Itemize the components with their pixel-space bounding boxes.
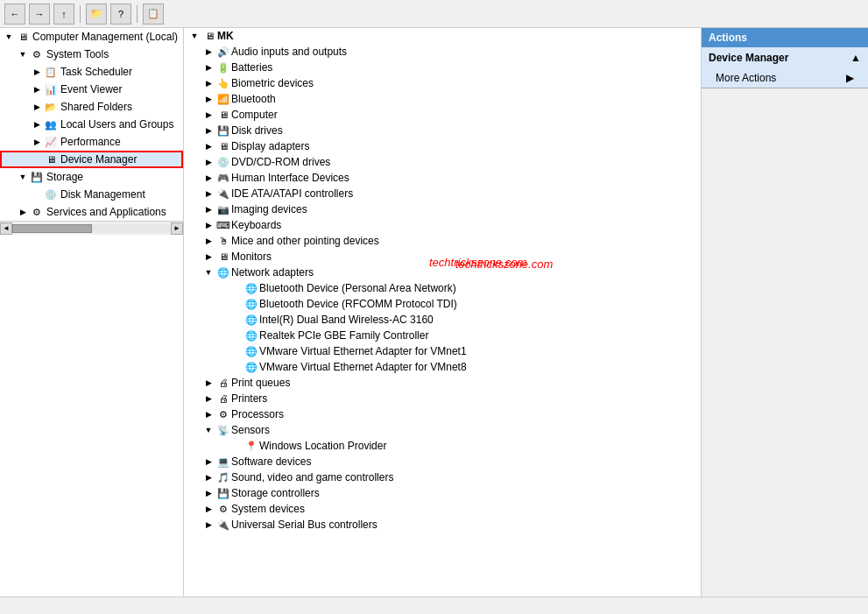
device-tree-root[interactable]: ▼ 🖥 MK: [184, 28, 701, 44]
tree-item-task-scheduler[interactable]: 📋 Task Scheduler: [0, 63, 183, 81]
device-label: Keyboards: [231, 219, 281, 231]
expand-arrow: [16, 170, 30, 184]
device-processors[interactable]: ▶ ⚙ Processors: [184, 406, 701, 422]
tree-item-device-manager[interactable]: 🖥 Device Manager: [0, 151, 183, 168]
expand-arrow: ▶: [201, 79, 215, 88]
expand-arrow: [30, 100, 44, 114]
device-audio[interactable]: ▶ 🔊 Audio inputs and outputs: [184, 44, 701, 60]
expand-arrow: ▶: [201, 252, 215, 261]
device-print-queues[interactable]: ▶ 🖨 Print queues: [184, 375, 701, 391]
device-biometric[interactable]: ▶ 👆 Biometric devices: [184, 75, 701, 91]
computer-icon: 🖥: [201, 29, 217, 43]
users-icon: 👥: [44, 117, 58, 131]
show-hide-button[interactable]: 📁: [86, 4, 107, 25]
device-display[interactable]: ▶ 🖥 Display adapters: [184, 138, 701, 154]
biometric-icon: 👆: [215, 76, 231, 90]
tree-item-event-viewer[interactable]: 📊 Event Viewer: [0, 81, 183, 98]
device-label: Mice and other pointing devices: [231, 235, 379, 247]
usb-icon: 🔌: [215, 518, 231, 532]
device-computer[interactable]: ▶ 🖥 Computer: [184, 107, 701, 123]
tree-label: Task Scheduler: [60, 66, 132, 78]
tree-item-services-apps[interactable]: ⚙ Services and Applications: [0, 203, 183, 221]
storage-icon: 💾: [30, 170, 44, 184]
tree-item-disk-management[interactable]: 💿 Disk Management: [0, 186, 183, 203]
device-label: Audio inputs and outputs: [231, 46, 347, 58]
tree-label: Computer Management (Local): [32, 31, 178, 43]
expand-arrow: ▶: [201, 126, 215, 135]
device-bt-rfcomm[interactable]: 🌐 Bluetooth Device (RFCOMM Protocol TDI): [184, 296, 701, 312]
section-collapse-arrow[interactable]: ▲: [850, 52, 861, 64]
expand-arrow: ▶: [201, 158, 215, 166]
device-printers[interactable]: ▶ 🖨 Printers: [184, 391, 701, 406]
device-dvd[interactable]: ▶ 💿 DVD/CD-ROM drives: [184, 154, 701, 170]
device-win-location[interactable]: 📍 Windows Location Provider: [184, 438, 701, 454]
device-vmware1[interactable]: 🌐 VMware Virtual Ethernet Adapter for VM…: [184, 343, 701, 359]
device-label: Processors: [231, 408, 284, 420]
device-network[interactable]: ▼ 🌐 Network adapters: [184, 265, 701, 280]
device-system[interactable]: ▶ ⚙ System devices: [184, 501, 701, 517]
device-imaging[interactable]: ▶ 📷 Imaging devices: [184, 201, 701, 217]
expand-arrow: ▶: [201, 205, 215, 214]
root-label: MK: [217, 30, 234, 42]
tree-item-shared-folders[interactable]: 📂 Shared Folders: [0, 98, 183, 116]
device-vmware8[interactable]: 🌐 VMware Virtual Ethernet Adapter for VM…: [184, 359, 701, 375]
properties-button[interactable]: 📋: [143, 4, 164, 25]
tree-item-performance[interactable]: 📈 Performance: [0, 133, 183, 151]
tree-label: System Tools: [46, 48, 109, 60]
expand-arrow: ▶: [201, 394, 215, 403]
scroll-left-button[interactable]: ◄: [0, 222, 12, 235]
expand-arrow: [16, 205, 30, 219]
sensors-icon: 📡: [215, 423, 231, 437]
up-button[interactable]: ↑: [53, 4, 74, 25]
left-hscroll[interactable]: ◄ ►: [0, 221, 183, 235]
device-label: VMware Virtual Ethernet Adapter for VMne…: [259, 345, 467, 357]
tree-item-storage[interactable]: 💾 Storage: [0, 168, 183, 186]
event-icon: 📊: [44, 82, 58, 96]
expand-arrow: ▶: [201, 110, 215, 119]
actions-section-title[interactable]: Device Manager ▲: [702, 47, 868, 68]
device-bt-pan[interactable]: 🌐 Bluetooth Device (Personal Area Networ…: [184, 280, 701, 296]
tree-item-local-users[interactable]: 👥 Local Users and Groups: [0, 116, 183, 133]
expand-arrow: ▼: [201, 426, 215, 434]
software-icon: 💻: [215, 455, 231, 469]
device-label: Batteries: [231, 61, 272, 74]
device-label: Bluetooth Device (RFCOMM Protocol TDI): [259, 298, 457, 310]
help-button[interactable]: ?: [110, 4, 131, 25]
expand-arrow: [30, 152, 44, 166]
tree-item-system-tools[interactable]: ⚙ System Tools: [0, 46, 183, 63]
device-bluetooth[interactable]: ▶ 📶 Bluetooth: [184, 91, 701, 107]
device-realtek[interactable]: 🌐 Realtek PCIe GBE Family Controller: [184, 328, 701, 343]
ide-icon: 🔌: [215, 187, 231, 201]
section-title-label: Device Manager: [709, 52, 788, 64]
middle-pane: techtrickszone.com ▼ 🖥 MK ▶ 🔊 Audio inpu…: [184, 28, 702, 596]
device-hid[interactable]: ▶ 🎮 Human Interface Devices: [184, 170, 701, 186]
system-icon: ⚙: [215, 502, 231, 516]
scroll-right-button[interactable]: ►: [171, 222, 183, 235]
more-actions-item[interactable]: More Actions ▶: [702, 68, 868, 88]
device-label: DVD/CD-ROM drives: [231, 156, 330, 168]
device-sound[interactable]: ▶ 🎵 Sound, video and game controllers: [184, 469, 701, 485]
back-button[interactable]: ←: [4, 4, 25, 25]
device-keyboards[interactable]: ▶ ⌨ Keyboards: [184, 217, 701, 233]
device-sensors[interactable]: ▼ 📡 Sensors: [184, 422, 701, 438]
device-mice[interactable]: ▶ 🖱 Mice and other pointing devices: [184, 233, 701, 249]
expand-arrow: [30, 117, 44, 131]
expand-arrow: [30, 65, 44, 79]
expand-arrow: [30, 82, 44, 96]
device-batteries[interactable]: ▶ 🔋 Batteries: [184, 60, 701, 75]
device-usb[interactable]: ▶ 🔌 Universal Serial Bus controllers: [184, 517, 701, 533]
network-adapter-icon: 🌐: [243, 281, 259, 295]
device-label: Universal Serial Bus controllers: [231, 519, 378, 531]
device-disk-drives[interactable]: ▶ 💾 Disk drives: [184, 123, 701, 138]
network-adapter-icon: 🌐: [243, 328, 259, 342]
device-monitors[interactable]: ▶ 🖥 Monitors: [184, 249, 701, 265]
forward-button[interactable]: →: [29, 4, 50, 25]
device-label: Imaging devices: [231, 203, 307, 215]
gear-icon: ⚙: [30, 47, 44, 61]
tree-item-computer-management[interactable]: 🖥 Computer Management (Local): [0, 28, 183, 46]
batteries-icon: 🔋: [215, 60, 231, 74]
device-storage-ctrl[interactable]: ▶ 💾 Storage controllers: [184, 485, 701, 501]
device-ide[interactable]: ▶ 🔌 IDE ATA/ATAPI controllers: [184, 186, 701, 201]
device-intel-wifi[interactable]: 🌐 Intel(R) Dual Band Wireless-AC 3160: [184, 312, 701, 328]
device-software[interactable]: ▶ 💻 Software devices: [184, 454, 701, 469]
